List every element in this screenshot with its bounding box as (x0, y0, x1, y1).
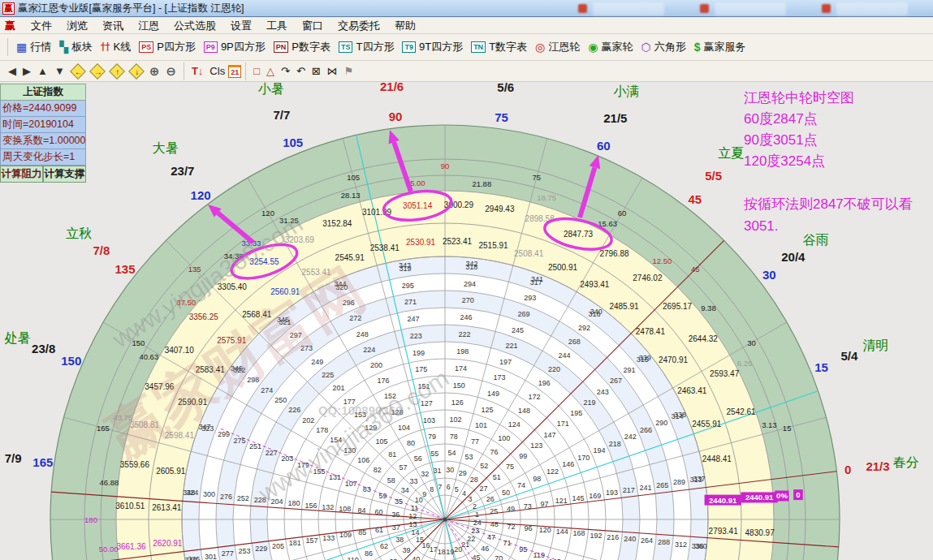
annotation-note-line2: 3051. (744, 218, 779, 234)
rotate-left-button[interactable]: ← (70, 63, 86, 80)
svg-text:78: 78 (450, 433, 458, 441)
svg-text:195: 195 (570, 409, 582, 417)
t-down-button[interactable]: T↓ (192, 65, 203, 77)
svg-text:52: 52 (480, 462, 488, 470)
t-table-icon: TN (471, 41, 486, 53)
menu-file[interactable]: 文件 (24, 19, 59, 33)
svg-text:179: 179 (297, 461, 309, 469)
menu-gann[interactable]: 江恩 (131, 19, 166, 33)
svg-text:135: 135 (188, 265, 201, 274)
svg-text:295: 295 (402, 282, 414, 290)
rotate-cw-button[interactable]: ↷ (281, 65, 290, 77)
svg-text:13: 13 (408, 520, 417, 528)
svg-text:242: 242 (624, 433, 637, 441)
frame-tool-button[interactable]: ⊠ (312, 65, 321, 77)
svg-text:197: 197 (499, 358, 512, 366)
analysis-annotation: 江恩轮中轮时空图 60度2847点 90度3051点 120度3254点 按循环… (744, 88, 929, 237)
svg-text:2746.02: 2746.02 (633, 274, 663, 282)
svg-text:28: 28 (470, 476, 478, 484)
rotate-ccw-button[interactable]: ↶ (296, 65, 305, 77)
9t-square-icon: T9 (402, 41, 416, 53)
svg-text:269: 269 (518, 310, 530, 318)
svg-text:3610.51: 3610.51 (115, 502, 145, 510)
rotate-right-button[interactable]: → (89, 63, 106, 80)
calc-support-button[interactable]: 计算支撑 (43, 166, 86, 183)
svg-text:63: 63 (389, 558, 397, 560)
svg-text:3457.96: 3457.96 (145, 382, 175, 391)
expand-button[interactable]: ↑ (109, 63, 125, 80)
svg-text:174: 174 (455, 364, 467, 373)
converge-tool-button[interactable]: ⋈ (327, 65, 338, 77)
gann-wheel-button[interactable]: ◎江恩轮 (533, 38, 582, 56)
zoom-in-button[interactable]: ⊕ (149, 64, 160, 79)
t-table-button[interactable]: TNT数字表 (469, 38, 529, 56)
flag-tool-button[interactable]: ⚑ (344, 65, 354, 77)
t-square-button[interactable]: TST四方形 (336, 38, 396, 56)
9t-square-button[interactable]: T99T四方形 (400, 38, 465, 56)
down-step-button[interactable]: ▼ (54, 65, 65, 77)
svg-text:2440.91: 2440.91 (709, 496, 737, 505)
svg-text:149: 149 (487, 390, 499, 398)
kline-button[interactable]: ϯϯK线 (98, 38, 133, 56)
svg-text:120: 120 (539, 526, 551, 534)
menu-tools[interactable]: 工具 (259, 19, 295, 33)
menu-trade[interactable]: 交易委托 (330, 19, 387, 33)
menu-settings[interactable]: 设置 (223, 19, 259, 33)
menu-browse[interactable]: 浏览 (59, 19, 95, 33)
svg-text:2560.91: 2560.91 (270, 287, 300, 296)
p-table-button[interactable]: PNP数字表 (271, 38, 333, 56)
svg-text:35: 35 (395, 498, 403, 506)
svg-text:47: 47 (487, 533, 495, 541)
menu-news[interactable]: 资讯 (95, 19, 131, 33)
app-logo-icon: 赢 (2, 2, 15, 15)
quotes-button[interactable]: ▦行情 (14, 38, 54, 56)
svg-text:170: 170 (577, 454, 590, 462)
svg-text:249: 249 (311, 358, 323, 366)
shrink-button[interactable]: ↓ (128, 63, 145, 80)
sectors-button[interactable]: ▚板块 (57, 38, 95, 56)
9p-square-button[interactable]: P99P四方形 (201, 38, 268, 56)
svg-text:60: 60 (618, 209, 627, 218)
svg-text:130: 130 (343, 446, 356, 454)
svg-text:244: 244 (558, 351, 570, 360)
service-button[interactable]: $赢家服务 (692, 38, 749, 56)
svg-text:61: 61 (375, 526, 383, 534)
svg-text:54: 54 (448, 449, 456, 457)
calc-resistance-button[interactable]: 计算阻力 (0, 166, 43, 183)
svg-text:105: 105 (283, 136, 303, 149)
gann-wheel-icon: ◎ (535, 41, 545, 54)
title-bar[interactable]: 赢 赢家江恩专业版[赢家服务平台] - [上证指数 江恩轮] (0, 0, 933, 17)
p-square-button[interactable]: PSP四方形 (136, 38, 198, 56)
svg-text:2613.41: 2613.41 (152, 503, 182, 512)
menu-formula-stockpick[interactable]: 公式选股 (166, 19, 223, 33)
menu-logo-icon: 赢 (5, 19, 15, 33)
svg-text:立夏: 立夏 (718, 146, 744, 160)
svg-text:274: 274 (261, 386, 273, 394)
next-button[interactable]: ▶ (23, 65, 31, 77)
svg-text:7/7: 7/7 (273, 108, 290, 122)
svg-text:18.75: 18.75 (537, 193, 556, 202)
zoom-out-button[interactable]: ⊖ (166, 64, 176, 79)
prev-button[interactable]: ◀ (8, 65, 16, 77)
svg-text:180: 180 (84, 515, 97, 524)
svg-text:3254.55: 3254.55 (249, 257, 279, 266)
svg-text:247: 247 (407, 315, 419, 323)
hexagon-button[interactable]: ⬡六角形 (639, 38, 689, 56)
svg-text:264: 264 (641, 536, 653, 545)
square-tool-button[interactable]: □ (253, 65, 260, 77)
winner-wheel-button[interactable]: ◉赢家轮 (585, 38, 635, 56)
dollar-icon: $ (694, 41, 701, 54)
svg-text:299: 299 (218, 430, 230, 438)
winner-wheel-icon: ◉ (588, 41, 598, 54)
svg-text:45: 45 (688, 192, 702, 206)
menu-help[interactable]: 帮助 (387, 19, 423, 33)
price-row: 价格=2440.9099 (0, 101, 86, 117)
svg-text:2545.91: 2545.91 (335, 253, 365, 262)
calendar-button[interactable]: 21 (228, 65, 241, 78)
triangle-tool-button[interactable]: △ (266, 65, 274, 77)
menu-window[interactable]: 窗口 (295, 19, 330, 33)
svg-text:105: 105 (347, 173, 360, 182)
up-step-button[interactable]: ▲ (37, 65, 48, 77)
cls-button[interactable]: Cls (209, 65, 225, 77)
svg-text:6.25: 6.25 (737, 359, 753, 368)
